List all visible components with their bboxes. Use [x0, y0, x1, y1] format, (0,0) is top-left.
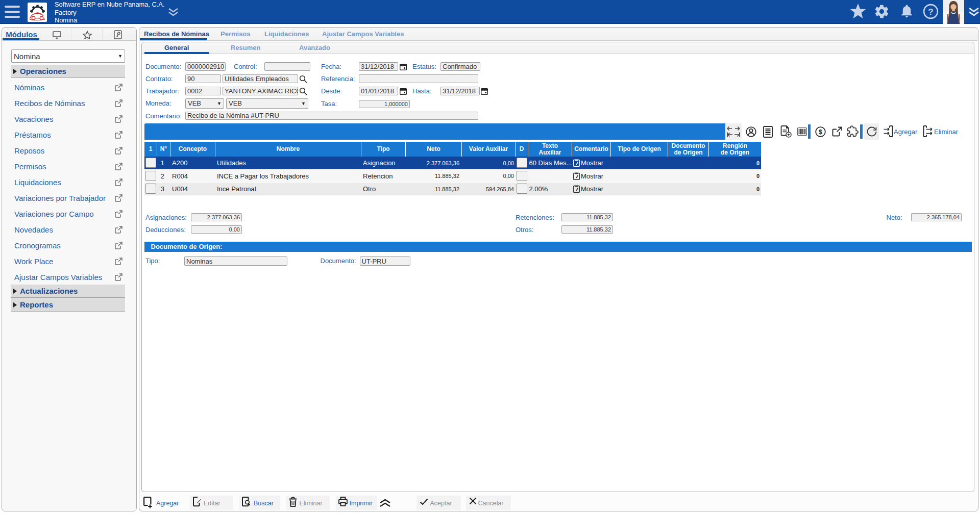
- svg-text:$: $: [819, 128, 822, 136]
- svg-text:?: ?: [928, 7, 933, 17]
